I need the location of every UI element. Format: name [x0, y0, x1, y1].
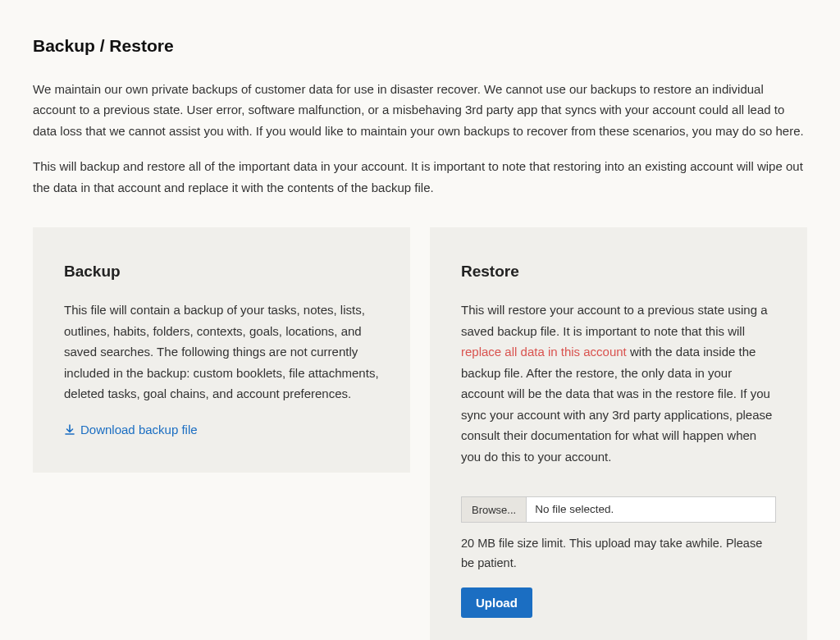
- restore-card: Restore This will restore your account t…: [430, 227, 807, 640]
- upload-button[interactable]: Upload: [461, 587, 532, 618]
- page-title: Backup / Restore: [33, 31, 807, 61]
- backup-card: Backup This file will contain a backup o…: [33, 227, 410, 473]
- restore-body-pre: This will restore your account to a prev…: [461, 303, 768, 338]
- backup-body: This file will contain a backup of your …: [64, 299, 379, 405]
- upload-hint: 20 MB file size limit. This upload may t…: [461, 534, 776, 572]
- download-backup-link[interactable]: Download backup file: [64, 419, 198, 441]
- restore-warning-text: replace all data in this account: [461, 345, 627, 359]
- restore-body: This will restore your account to a prev…: [461, 299, 776, 467]
- file-status-text: No file selected.: [527, 497, 775, 522]
- download-icon: [64, 424, 75, 436]
- intro-paragraph-1: We maintain our own private backups of c…: [33, 79, 807, 142]
- download-backup-label: Download backup file: [80, 419, 198, 441]
- restore-body-post: with the data inside the backup file. Af…: [461, 345, 772, 464]
- restore-heading: Restore: [461, 258, 776, 285]
- intro-paragraph-2: This will backup and restore all of the …: [33, 156, 807, 198]
- file-picker[interactable]: Browse... No file selected.: [461, 496, 776, 523]
- browse-button[interactable]: Browse...: [462, 497, 527, 522]
- cards-row: Backup This file will contain a backup o…: [33, 227, 807, 640]
- backup-heading: Backup: [64, 258, 379, 285]
